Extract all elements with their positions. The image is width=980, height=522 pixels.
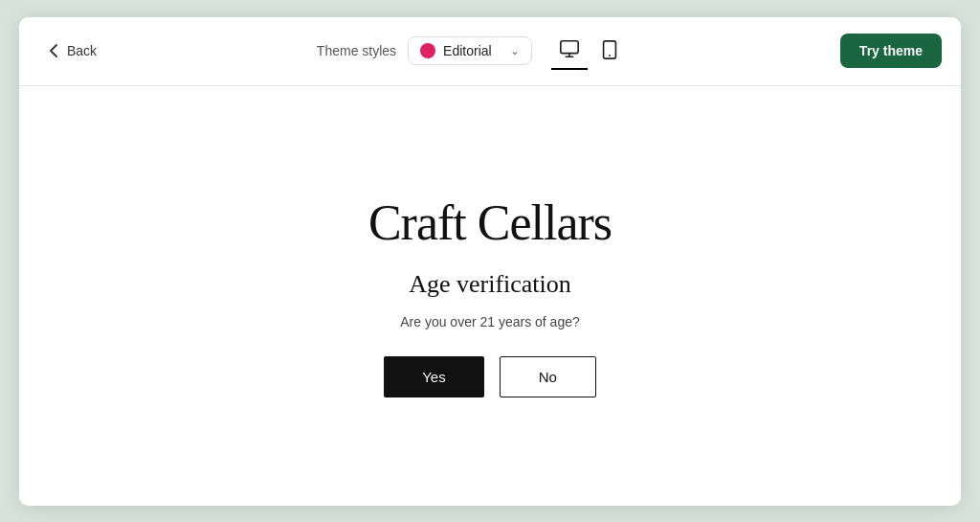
top-bar-center: Theme styles Editorial ⌄ [104, 33, 840, 70]
tablet-view-button[interactable] [591, 34, 628, 69]
theme-style-dropdown[interactable]: Editorial ⌄ [408, 36, 532, 65]
no-button[interactable]: No [500, 356, 596, 397]
tablet-icon [599, 39, 620, 63]
age-buttons-group: Yes No [368, 356, 612, 397]
chevron-left-icon [46, 43, 61, 58]
theme-styles-label: Theme styles [317, 43, 396, 58]
store-name: Craft Cellars [368, 194, 612, 251]
view-icons-group [551, 33, 628, 70]
top-bar: Back Theme styles Editorial ⌄ [19, 17, 961, 86]
try-theme-button[interactable]: Try theme [840, 34, 942, 68]
yes-button[interactable]: Yes [384, 356, 483, 397]
age-question-text: Are you over 21 years of age? [368, 314, 612, 329]
main-window: Back Theme styles Editorial ⌄ [19, 17, 961, 506]
theme-color-dot [420, 43, 435, 58]
svg-rect-0 [561, 40, 578, 53]
monitor-icon [559, 38, 580, 62]
age-verification-content: Craft Cellars Age verification Are you o… [330, 156, 650, 436]
back-label: Back [67, 43, 97, 58]
age-verification-title: Age verification [368, 270, 612, 299]
theme-selected-label: Editorial [443, 43, 502, 58]
chevron-down-icon: ⌄ [510, 44, 520, 57]
preview-area: Craft Cellars Age verification Are you o… [19, 86, 961, 506]
desktop-view-button[interactable] [551, 33, 588, 70]
back-button[interactable]: Back [38, 37, 104, 64]
svg-point-2 [609, 55, 611, 57]
